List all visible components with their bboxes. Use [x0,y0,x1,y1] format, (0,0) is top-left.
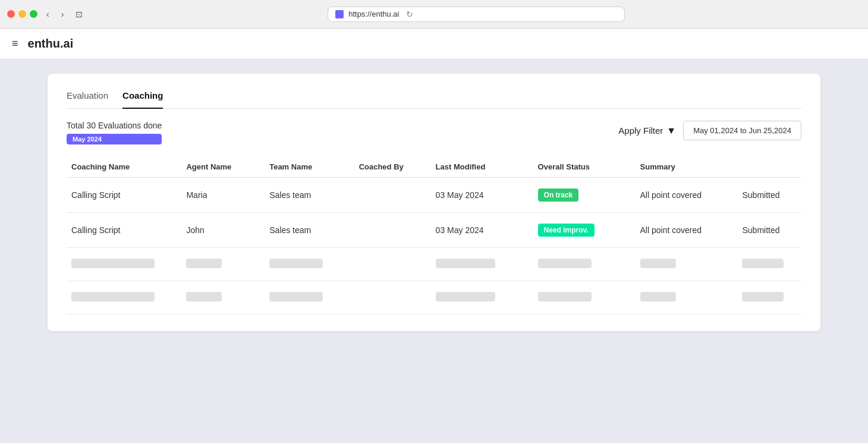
skeleton-cell [354,281,431,315]
close-button[interactable] [7,10,15,18]
col-header-summary: Summary [636,156,738,178]
skeleton-cell [354,248,431,281]
skeleton-cell [181,248,265,281]
skeleton-cell [181,281,265,315]
browser-chrome: ‹ › ⊡ https://enthu.ai ↻ [0,0,868,29]
reload-button[interactable]: ↻ [406,10,413,19]
skeleton-cell [265,281,354,315]
status-badge-on-track: On track [538,188,579,202]
filter-icon: ▼ [666,125,676,136]
col-header-overall-status: Overall Status [533,156,636,178]
minimize-button[interactable] [18,10,26,18]
col-header-last-modified: Last Modified [431,156,533,178]
table-header-row: Coaching Name Agent Name Team Name Coach… [67,156,801,178]
skeleton-cell [431,281,533,315]
apply-filter-label: Apply Filter [618,125,663,136]
cell-agent-name: John [181,213,265,248]
maximize-button[interactable] [30,10,37,18]
address-bar[interactable]: https://enthu.ai ↻ [328,7,625,22]
cell-agent-name: Maria [181,178,265,213]
filter-left: Total 30 Evaluations done May 2024 [67,121,162,144]
cell-action: Submitted [737,213,801,248]
skeleton-cell [737,281,801,315]
month-badge: May 2024 [67,134,162,144]
cell-coaching-name: Calling Script [67,178,181,213]
cell-action: Submitted [737,178,801,213]
filter-right: Apply Filter ▼ May 01,2024 to Jun 25,202… [618,121,801,140]
filter-row: Total 30 Evaluations done May 2024 Apply… [67,121,801,144]
skeleton-cell [533,281,636,315]
table-row-skeleton [67,281,801,315]
skeleton-cell [533,248,636,281]
back-button[interactable]: ‹ [43,8,52,20]
cell-team-name: Sales team [265,178,354,213]
cell-overall-status: Need improv. [533,213,636,248]
col-header-coached-by: Coached By [354,156,431,178]
content-card: Evaluation Coaching Total 30 Evaluations… [48,74,820,331]
cell-overall-status: On track [533,178,636,213]
apply-filter-button[interactable]: Apply Filter ▼ [618,125,676,136]
table-row: Calling Script Maria Sales team 03 May 2… [67,178,801,213]
cell-summary: All point covered [636,213,738,248]
col-header-agent-name: Agent Name [181,156,265,178]
total-evaluations-text: Total 30 Evaluations done [67,121,162,130]
skeleton-cell [636,248,738,281]
col-header-team-name: Team Name [265,156,354,178]
table-row: Calling Script John Sales team 03 May 20… [67,213,801,248]
skeleton-cell [431,248,533,281]
table-row-skeleton [67,248,801,281]
skeleton-cell [67,281,181,315]
cell-coached-by [354,178,431,213]
url-text: https://enthu.ai [348,10,399,18]
split-view-button[interactable]: ⊡ [73,8,86,20]
tab-bar: Evaluation Coaching [67,90,801,109]
cell-last-modified: 03 May 2024 [431,178,533,213]
date-range-button[interactable]: May 01,2024 to Jun 25,2024 [683,121,801,140]
app-logo: enthu.ai [28,37,74,51]
cell-team-name: Sales team [265,213,354,248]
traffic-lights [7,10,37,18]
coaching-table: Coaching Name Agent Name Team Name Coach… [67,156,801,315]
tab-coaching[interactable]: Coaching [122,90,163,109]
col-header-coaching-name: Coaching Name [67,156,181,178]
tab-evaluation[interactable]: Evaluation [67,90,108,109]
cell-coaching-name: Calling Script [67,213,181,248]
forward-button[interactable]: › [58,8,67,20]
status-badge-need-improv: Need improv. [538,224,595,237]
skeleton-cell [265,248,354,281]
skeleton-cell [737,248,801,281]
main-area: Evaluation Coaching Total 30 Evaluations… [0,59,868,443]
cell-summary: All point covered [636,178,738,213]
cell-coached-by [354,213,431,248]
col-header-action [737,156,801,178]
favicon [335,10,344,18]
cell-last-modified: 03 May 2024 [431,213,533,248]
skeleton-cell [636,281,738,315]
skeleton-cell [67,248,181,281]
app-header: ≡ enthu.ai [0,29,868,59]
hamburger-menu-button[interactable]: ≡ [12,37,18,50]
date-range-label: May 01,2024 to Jun 25,2024 [693,126,791,135]
